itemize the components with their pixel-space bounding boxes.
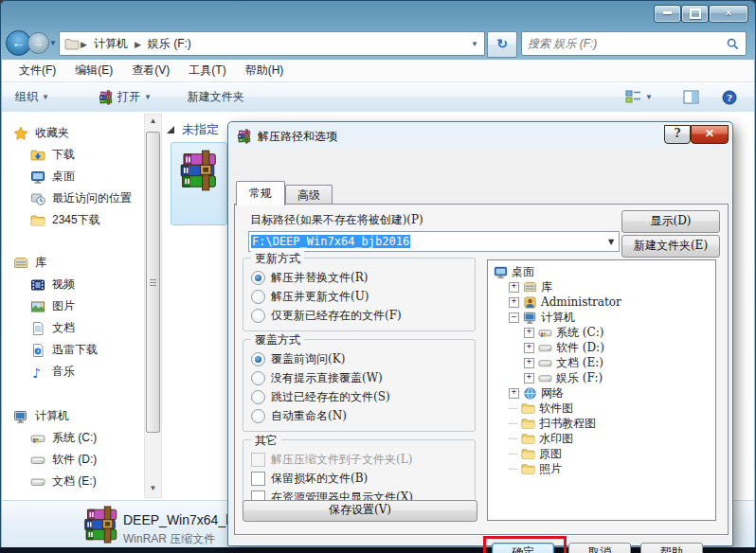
forward-button[interactable]: → [27,32,49,54]
open-button[interactable]: 打开▼ [91,86,159,108]
expand-plus-icon[interactable] [509,282,519,293]
radio-icon[interactable] [251,390,265,404]
views-button[interactable]: ▼ [618,87,660,107]
tree-item[interactable]: Administrator [488,294,715,310]
checkbox-icon[interactable] [251,472,265,486]
expand-plus-icon[interactable] [524,328,534,338]
folder-tree[interactable]: 桌面库Administrator计算机系统 (C:)软件 (D:)文档 (E:)… [487,259,716,521]
sidebar-item[interactable]: 图片 [2,295,142,317]
sidebar-section-favorites[interactable]: 收藏夹 [2,122,142,144]
sidebar-section-libraries[interactable]: 库 [2,252,142,274]
help-button[interactable]: ? [714,87,745,108]
sidebar-item[interactable]: 系统 (C:) [2,427,142,449]
tab-advanced[interactable]: 高级 [285,185,333,205]
search-icon[interactable] [727,38,739,50]
sidebar-item[interactable]: 视频 [2,274,142,295]
sidebar-section-computer[interactable]: 计算机 [2,405,142,427]
radio-option[interactable]: 解压并替换文件(R) [251,268,467,287]
radio-icon[interactable] [251,371,265,385]
address-bar[interactable]: ▶计算机▶娱乐 (F:) ▼ [59,31,485,56]
dialog-help-bottom-button[interactable]: 帮助 [640,543,703,553]
close-button[interactable]: ✕ [709,5,748,23]
radio-option[interactable]: 仅更新已经存在的文件(F) [251,306,467,325]
tree-item[interactable]: 网络 [488,385,715,401]
tree-item[interactable]: 库 [488,279,715,294]
tree-item[interactable]: 照片 [488,461,715,476]
expand-plus-icon[interactable] [509,297,519,308]
breadcrumb-item[interactable]: 计算机 [88,37,134,50]
sidebar-item[interactable]: 下载 [2,144,142,166]
sidebar-scrollbar[interactable]: ▲ ▼ [144,114,162,498]
menu-item[interactable]: 查看(V) [122,61,179,80]
menu-item[interactable]: 帮助(H) [236,61,294,80]
cancel-button[interactable]: 取消 [568,543,631,553]
menu-item[interactable]: 工具(T) [179,61,235,80]
expand-plus-icon[interactable] [524,358,534,368]
radio-icon[interactable] [251,409,265,423]
sidebar-item[interactable]: 软件 (D:) [2,449,142,471]
checkbox-option[interactable]: 保留损坏的文件(B) [251,469,467,488]
sidebar-item[interactable]: 最近访问的位置 [2,187,142,209]
option-label: 保留损坏的文件(B) [271,471,368,487]
radio-option[interactable]: 跳过已经存在的文件(S) [251,387,467,406]
display-button[interactable]: 显示(D) [621,210,720,233]
tree-item[interactable]: 娱乐 (F:) [488,370,715,385]
expand-plus-icon[interactable] [509,388,519,399]
radio-option[interactable]: 自动重命名(N) [251,406,467,425]
tree-item[interactable]: 水印图 [488,431,715,446]
dialog-titlebar[interactable]: 解压路径和选项 [231,125,729,148]
archive-file-tile[interactable] [171,142,227,225]
new-folder-dialog-button[interactable]: 新建文件夹(E) [621,235,720,258]
sidebar-section-label: 库 [35,255,46,271]
search-input[interactable] [522,37,727,50]
radio-option[interactable]: 解压并更新文件(U) [251,287,467,306]
search-box[interactable] [521,31,747,56]
group-header[interactable]: 未指定 [167,121,219,138]
combo-dropdown-icon[interactable]: ▼ [603,238,619,246]
tree-item[interactable]: 原图 [488,446,715,461]
refresh-button[interactable]: ↻ [487,31,517,58]
radio-icon[interactable] [251,352,265,366]
tree-item[interactable]: 扫书教程图 [488,416,715,431]
radio-icon[interactable] [251,290,265,304]
radio-option[interactable]: 没有提示直接覆盖(W) [251,368,467,387]
tab-general[interactable]: 常规 [236,181,285,205]
minimize-button[interactable] [654,5,681,23]
sidebar-item-label: 音乐 [52,364,75,380]
new-folder-button[interactable]: 新建文件夹 [180,86,252,108]
expand-plus-icon[interactable] [524,343,534,353]
collapse-minus-icon[interactable] [509,312,519,323]
breadcrumb-item[interactable]: 娱乐 (F:) [142,37,197,50]
radio-icon[interactable] [251,309,265,323]
expand-plus-icon[interactable] [524,373,534,384]
sidebar-item[interactable]: 2345下载 [2,209,142,231]
sidebar-item[interactable]: 文档 [2,317,142,339]
dialog-close-button[interactable]: ✕ [691,125,729,144]
destination-path-combobox[interactable]: F:\DEEP_Win7x64_bjb2016 ▼ [248,231,620,252]
tree-item[interactable]: 文档 (E:) [488,355,715,370]
maximize-button[interactable] [681,5,709,23]
menu-item[interactable]: 文件(F) [9,61,65,80]
dialog-help-button[interactable]: ? [664,125,691,144]
tree-item[interactable]: 系统 (C:) [488,325,715,340]
tree-connector [509,454,517,455]
scroll-down-icon[interactable]: ▼ [146,484,160,492]
preview-pane-button[interactable] [675,87,707,107]
tree-item[interactable]: 桌面 [488,264,715,279]
address-dropdown-icon[interactable]: ▼ [471,40,484,48]
sidebar-item[interactable]: 迅雷下载 [2,339,142,361]
sidebar-item[interactable]: 文档 (E:) [2,471,142,492]
radio-option[interactable]: 覆盖前询问(K) [251,349,467,368]
tree-item[interactable]: 计算机 [488,310,715,325]
scrollbar-thumb[interactable] [146,132,160,433]
save-settings-button[interactable]: 保存设置(V) [243,500,477,522]
scroll-up-icon[interactable]: ▲ [146,116,160,125]
radio-icon[interactable] [251,271,265,285]
tree-item[interactable]: 软件 (D:) [488,340,715,355]
organize-button[interactable]: 组织▼ [8,86,57,108]
tree-item[interactable]: 软件图 [488,401,715,416]
sidebar-item[interactable]: 桌面 [2,166,142,187]
menu-item[interactable]: 编辑(E) [65,61,122,80]
sidebar-item[interactable]: ♪音乐 [2,361,142,383]
recent-pages-dropdown[interactable]: ▼ [49,39,57,47]
